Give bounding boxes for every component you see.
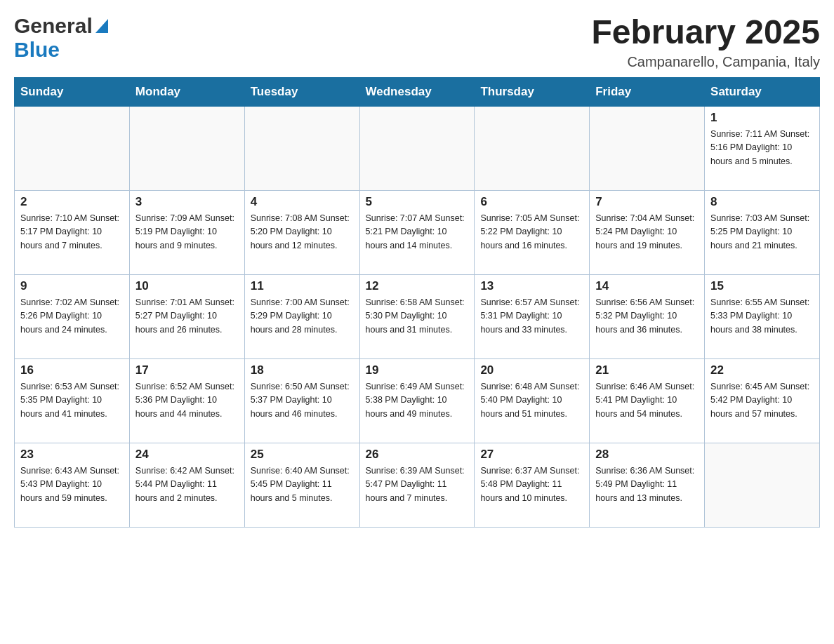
day-number: 9 xyxy=(20,279,124,293)
calendar-title: February 2025 xyxy=(591,14,820,51)
day-number: 20 xyxy=(480,363,583,377)
calendar-cell xyxy=(359,106,475,190)
day-number: 4 xyxy=(251,195,354,209)
day-number: 21 xyxy=(595,363,699,377)
day-number: 11 xyxy=(251,279,354,293)
day-number: 10 xyxy=(135,279,239,293)
calendar-cell: 19Sunrise: 6:49 AM Sunset: 5:38 PM Dayli… xyxy=(359,358,475,443)
day-number: 28 xyxy=(595,448,699,462)
day-info: Sunrise: 6:37 AM Sunset: 5:48 PM Dayligh… xyxy=(480,464,583,505)
day-info: Sunrise: 6:36 AM Sunset: 5:49 PM Dayligh… xyxy=(595,464,699,505)
calendar-table: SundayMondayTuesdayWednesdayThursdayFrid… xyxy=(14,77,820,528)
col-header-friday: Friday xyxy=(590,77,705,106)
calendar-cell: 26Sunrise: 6:39 AM Sunset: 5:47 PM Dayli… xyxy=(359,443,475,527)
calendar-cell: 27Sunrise: 6:37 AM Sunset: 5:48 PM Dayli… xyxy=(475,443,590,527)
day-info: Sunrise: 7:05 AM Sunset: 5:22 PM Dayligh… xyxy=(480,212,583,253)
col-header-thursday: Thursday xyxy=(475,77,590,106)
day-info: Sunrise: 6:49 AM Sunset: 5:38 PM Dayligh… xyxy=(366,380,469,421)
calendar-cell: 12Sunrise: 6:58 AM Sunset: 5:30 PM Dayli… xyxy=(359,274,475,358)
day-info: Sunrise: 7:09 AM Sunset: 5:19 PM Dayligh… xyxy=(135,212,239,253)
calendar-cell: 24Sunrise: 6:42 AM Sunset: 5:44 PM Dayli… xyxy=(129,443,244,527)
calendar-cell: 9Sunrise: 7:02 AM Sunset: 5:26 PM Daylig… xyxy=(15,274,130,358)
calendar-week-row: 9Sunrise: 7:02 AM Sunset: 5:26 PM Daylig… xyxy=(15,274,820,358)
calendar-header-row: SundayMondayTuesdayWednesdayThursdayFrid… xyxy=(15,77,820,106)
day-number: 1 xyxy=(710,111,814,125)
logo-blue-text: Blue xyxy=(14,38,60,61)
calendar-cell xyxy=(15,106,130,190)
calendar-cell xyxy=(475,106,590,190)
day-number: 18 xyxy=(251,363,354,377)
calendar-week-row: 16Sunrise: 6:53 AM Sunset: 5:35 PM Dayli… xyxy=(15,358,820,443)
day-number: 3 xyxy=(135,195,239,209)
col-header-saturday: Saturday xyxy=(705,77,820,106)
day-number: 24 xyxy=(135,448,239,462)
day-info: Sunrise: 6:45 AM Sunset: 5:42 PM Dayligh… xyxy=(710,380,814,421)
day-info: Sunrise: 7:08 AM Sunset: 5:20 PM Dayligh… xyxy=(251,212,354,253)
calendar-cell: 22Sunrise: 6:45 AM Sunset: 5:42 PM Dayli… xyxy=(705,358,820,443)
logo-general-text: General xyxy=(14,14,93,38)
day-info: Sunrise: 6:50 AM Sunset: 5:37 PM Dayligh… xyxy=(251,380,354,421)
calendar-cell xyxy=(590,106,705,190)
day-info: Sunrise: 7:07 AM Sunset: 5:21 PM Dayligh… xyxy=(366,212,469,253)
day-number: 19 xyxy=(366,363,469,377)
day-number: 16 xyxy=(20,363,124,377)
calendar-cell: 3Sunrise: 7:09 AM Sunset: 5:19 PM Daylig… xyxy=(129,190,244,274)
day-info: Sunrise: 7:00 AM Sunset: 5:29 PM Dayligh… xyxy=(251,296,354,337)
logo-triangle-icon xyxy=(95,19,108,36)
day-info: Sunrise: 7:04 AM Sunset: 5:24 PM Dayligh… xyxy=(595,212,699,253)
calendar-cell: 17Sunrise: 6:52 AM Sunset: 5:36 PM Dayli… xyxy=(129,358,244,443)
title-block: February 2025 Campanarello, Campania, It… xyxy=(591,14,820,70)
day-number: 7 xyxy=(595,195,699,209)
calendar-cell: 8Sunrise: 7:03 AM Sunset: 5:25 PM Daylig… xyxy=(705,190,820,274)
day-number: 13 xyxy=(480,279,583,293)
calendar-cell: 5Sunrise: 7:07 AM Sunset: 5:21 PM Daylig… xyxy=(359,190,475,274)
col-header-wednesday: Wednesday xyxy=(359,77,475,106)
col-header-tuesday: Tuesday xyxy=(244,77,359,106)
day-number: 22 xyxy=(710,363,814,377)
calendar-cell: 15Sunrise: 6:55 AM Sunset: 5:33 PM Dayli… xyxy=(705,274,820,358)
svg-marker-0 xyxy=(95,19,108,33)
calendar-cell: 16Sunrise: 6:53 AM Sunset: 5:35 PM Dayli… xyxy=(15,358,130,443)
day-number: 25 xyxy=(251,448,354,462)
day-number: 14 xyxy=(595,279,699,293)
calendar-cell: 13Sunrise: 6:57 AM Sunset: 5:31 PM Dayli… xyxy=(475,274,590,358)
day-info: Sunrise: 7:01 AM Sunset: 5:27 PM Dayligh… xyxy=(135,296,239,337)
calendar-cell: 2Sunrise: 7:10 AM Sunset: 5:17 PM Daylig… xyxy=(15,190,130,274)
logo: General Blue xyxy=(14,14,108,62)
calendar-week-row: 2Sunrise: 7:10 AM Sunset: 5:17 PM Daylig… xyxy=(15,190,820,274)
calendar-cell: 10Sunrise: 7:01 AM Sunset: 5:27 PM Dayli… xyxy=(129,274,244,358)
col-header-sunday: Sunday xyxy=(15,77,130,106)
day-info: Sunrise: 6:48 AM Sunset: 5:40 PM Dayligh… xyxy=(480,380,583,421)
calendar-week-row: 1Sunrise: 7:11 AM Sunset: 5:16 PM Daylig… xyxy=(15,106,820,190)
day-info: Sunrise: 7:11 AM Sunset: 5:16 PM Dayligh… xyxy=(710,128,814,168)
day-info: Sunrise: 6:55 AM Sunset: 5:33 PM Dayligh… xyxy=(710,296,814,337)
calendar-cell xyxy=(244,106,359,190)
day-info: Sunrise: 6:46 AM Sunset: 5:41 PM Dayligh… xyxy=(595,380,699,421)
day-number: 15 xyxy=(710,279,814,293)
day-info: Sunrise: 6:53 AM Sunset: 5:35 PM Dayligh… xyxy=(20,380,124,421)
day-info: Sunrise: 6:52 AM Sunset: 5:36 PM Dayligh… xyxy=(135,380,239,421)
day-number: 2 xyxy=(20,195,124,209)
calendar-subtitle: Campanarello, Campania, Italy xyxy=(591,54,820,70)
calendar-cell: 4Sunrise: 7:08 AM Sunset: 5:20 PM Daylig… xyxy=(244,190,359,274)
calendar-cell: 1Sunrise: 7:11 AM Sunset: 5:16 PM Daylig… xyxy=(705,106,820,190)
day-number: 5 xyxy=(366,195,469,209)
calendar-cell: 14Sunrise: 6:56 AM Sunset: 5:32 PM Dayli… xyxy=(590,274,705,358)
calendar-cell: 25Sunrise: 6:40 AM Sunset: 5:45 PM Dayli… xyxy=(244,443,359,527)
day-info: Sunrise: 6:56 AM Sunset: 5:32 PM Dayligh… xyxy=(595,296,699,337)
calendar-cell xyxy=(705,443,820,527)
day-number: 26 xyxy=(366,448,469,462)
day-info: Sunrise: 7:02 AM Sunset: 5:26 PM Dayligh… xyxy=(20,296,124,337)
calendar-week-row: 23Sunrise: 6:43 AM Sunset: 5:43 PM Dayli… xyxy=(15,443,820,527)
day-info: Sunrise: 7:10 AM Sunset: 5:17 PM Dayligh… xyxy=(20,212,124,253)
day-info: Sunrise: 6:40 AM Sunset: 5:45 PM Dayligh… xyxy=(251,464,354,505)
day-number: 6 xyxy=(480,195,583,209)
page-header: General Blue February 2025 Campanarello,… xyxy=(14,14,820,70)
calendar-cell xyxy=(129,106,244,190)
calendar-cell: 7Sunrise: 7:04 AM Sunset: 5:24 PM Daylig… xyxy=(590,190,705,274)
calendar-cell: 18Sunrise: 6:50 AM Sunset: 5:37 PM Dayli… xyxy=(244,358,359,443)
day-number: 17 xyxy=(135,363,239,377)
calendar-cell: 20Sunrise: 6:48 AM Sunset: 5:40 PM Dayli… xyxy=(475,358,590,443)
col-header-monday: Monday xyxy=(129,77,244,106)
calendar-cell: 6Sunrise: 7:05 AM Sunset: 5:22 PM Daylig… xyxy=(475,190,590,274)
